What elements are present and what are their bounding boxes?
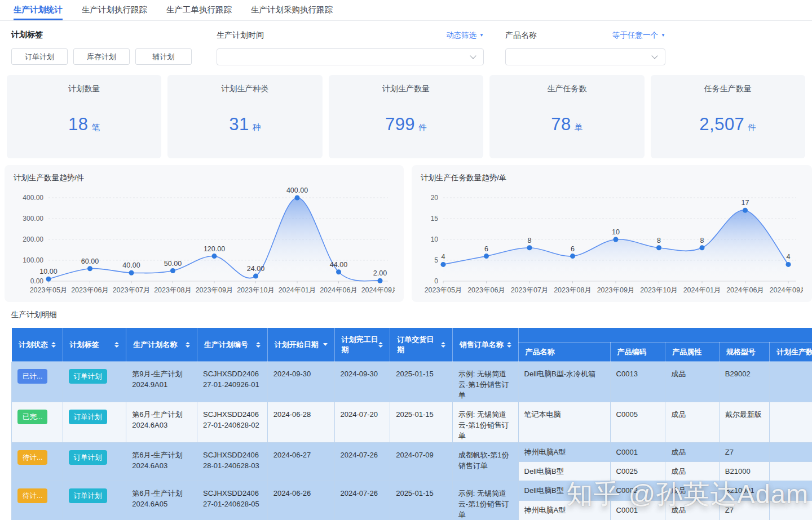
table-row[interactable]: 已完...订单计划第6月-生产计划 2024.6A03SCJHXSDD24062… (12, 402, 812, 443)
product-name-select[interactable] (505, 48, 665, 65)
sort-icon[interactable] (114, 342, 119, 348)
cell-product-code: C0001 (610, 501, 665, 520)
equals-any-link[interactable]: 等于任意一个▼ (612, 30, 665, 41)
stat-unit: 件 (418, 123, 427, 132)
cell-plan-code: SCJHXSDD240627-01-240628-02 (197, 402, 268, 443)
svg-text:50.00: 50.00 (164, 260, 182, 268)
svg-text:120.00: 120.00 (204, 245, 225, 253)
cell-product-code: C0001 (610, 443, 665, 462)
cell-product-name: 笔记本电脑 (518, 402, 610, 443)
header-cell-计划状态[interactable]: 计划状态 (12, 328, 63, 362)
dynamic-filter-link[interactable]: 动态筛选▼ (446, 30, 484, 41)
stat-card: 计划生产种类31种 (167, 75, 322, 158)
header-cell-产品属性[interactable]: 产品属性 (665, 343, 720, 362)
stat-card: 计划数量18笔 (7, 75, 161, 158)
header-cell-订单交货日期[interactable]: 订单交货日期 (390, 328, 453, 362)
production-plan-table: 计划状态计划标签生产计划名称生产计划编号计划开始日期计划完工日期订单交货日期销售… (11, 327, 812, 520)
plan-tag-button[interactable]: 库存计划 (73, 48, 130, 65)
svg-text:2023年05月: 2023年05月 (30, 286, 68, 294)
svg-text:8: 8 (528, 237, 532, 245)
cell-product-spec: B210001 (719, 481, 770, 501)
svg-text:2023年05月: 2023年05月 (425, 286, 462, 294)
sort-icon[interactable] (378, 342, 383, 348)
cell-plan-qty (770, 443, 812, 462)
top-tabbar: 生产计划统计生产计划执行跟踪生产工单执行跟踪生产计划采购执行跟踪 (0, 0, 812, 21)
cell-product-name: 神州电脑A型 (518, 443, 610, 462)
stat-label: 生产任务数 (489, 84, 644, 94)
header-cell-计划开始日期[interactable]: 计划开始日期 (267, 328, 334, 362)
plan-tag-button[interactable]: 订单计划 (11, 48, 68, 65)
cell-plan-code: SCJHXSDD240627-01-240926-01 (197, 362, 268, 402)
cell-product-name: 神州电脑A型 (518, 501, 610, 520)
header-cell-生产计划名称[interactable]: 生产计划名称 (126, 328, 197, 362)
cell-delivery-date: 2024-07-09 (390, 443, 453, 481)
sort-icon[interactable] (186, 342, 190, 348)
header-cell-生产计划编号[interactable]: 生产计划编号 (197, 328, 268, 362)
plan-tag-button[interactable]: 辅计划 (135, 48, 192, 65)
cell-product-spec: Z7 (719, 443, 770, 462)
table-wrap: 计划状态计划标签生产计划名称生产计划编号计划开始日期计划完工日期订单交货日期销售… (11, 327, 812, 520)
svg-text:2023年09月: 2023年09月 (196, 286, 233, 294)
plan-tag-buttons: 订单计划库存计划辅计划 (11, 48, 195, 65)
cell-plan-status: 已完... (12, 402, 63, 443)
header-cell-规格型号[interactable]: 规格型号 (719, 343, 770, 362)
header-cell-销售订单名称[interactable]: 销售订单名称 (452, 328, 518, 362)
status-badge: 待计... (17, 450, 47, 465)
svg-text:300.00: 300.00 (23, 215, 43, 223)
cell-finish-date: 2024-09-30 (334, 362, 390, 402)
plan-time-select[interactable] (217, 48, 484, 65)
svg-text:8: 8 (657, 237, 661, 245)
sort-desc-icon[interactable] (323, 343, 328, 346)
cell-start-date: 2024-09-30 (267, 362, 334, 402)
svg-text:2023年06月: 2023年06月 (467, 286, 505, 294)
svg-text:2023年07月: 2023年07月 (511, 286, 549, 294)
charts-row: 计划生产数量趋势/件 0.00100.00200.00300.00400.002… (5, 165, 812, 302)
cell-product-attr: 成品 (665, 402, 720, 443)
svg-text:60.00: 60.00 (81, 257, 99, 265)
header-label: 计划开始日期 (275, 340, 319, 350)
cell-plan-qty (770, 362, 812, 402)
table-row[interactable]: 已计...订单计划第9月-生产计划 2024.9A01SCJHXSDD24062… (12, 362, 812, 402)
cell-finish-date: 2024-07-26 (334, 443, 390, 481)
tab-生产计划执行跟踪[interactable]: 生产计划执行跟踪 (82, 0, 147, 20)
product-group-header (518, 328, 812, 343)
svg-text:2024年09月: 2024年09月 (361, 286, 395, 294)
header-cell-产品名称[interactable]: 产品名称 (518, 343, 610, 362)
svg-text:200.00: 200.00 (23, 235, 43, 243)
header-cell-计划标签[interactable]: 计划标签 (63, 328, 126, 362)
header-label: 计划状态 (19, 340, 48, 350)
svg-text:10.00: 10.00 (39, 268, 57, 275)
cell-delivery-date: 2025-01-15 (390, 481, 453, 520)
cell-plan-qty (770, 501, 812, 520)
header-cell-计划完工日期[interactable]: 计划完工日期 (334, 328, 390, 362)
svg-text:6: 6 (571, 245, 575, 253)
cell-delivery-date: 2025-01-15 (390, 402, 453, 443)
status-badge: 已计... (17, 369, 47, 384)
cell-plan-name: 第6月-生产计划 2024.6A03 (126, 443, 197, 481)
tab-生产计划统计[interactable]: 生产计划统计 (14, 0, 63, 20)
task-qty-trend-chart: 051015202023年05月2023年06月2023年07月2023年08月… (421, 186, 803, 299)
stat-value: 31种 (167, 114, 322, 135)
svg-text:10: 10 (431, 235, 439, 243)
sort-icon[interactable] (507, 342, 511, 348)
header-cell-计划生产数[interactable]: 计划生产数 (770, 343, 812, 362)
header-label: 计划标签 (70, 340, 99, 350)
cell-sales-order: 示例: 无锡简道云-第1份销售订单 (452, 362, 518, 402)
plan-tag-filter-group: 计划标签 订单计划库存计划辅计划 (11, 30, 195, 65)
svg-text:2024年06月: 2024年06月 (726, 286, 764, 294)
cell-finish-date: 2024-07-20 (334, 402, 390, 443)
table-row[interactable]: 待计...订单计划第6月-生产计划 2024.6A05SCJHXSDD24062… (12, 481, 812, 501)
table-row[interactable]: 待计...订单计划第6月-生产计划 2024.6A03SCJHXSDD24062… (12, 443, 812, 462)
cell-product-spec: Z7 (719, 501, 770, 520)
tab-生产计划采购执行跟踪[interactable]: 生产计划采购执行跟踪 (251, 0, 333, 20)
stat-cards: 计划数量18笔计划生产种类31种计划生产数量799件生产任务数78单任务生产数量… (0, 65, 812, 158)
sort-icon[interactable] (256, 342, 261, 348)
header-cell-产品编码[interactable]: 产品编码 (610, 343, 665, 362)
tab-生产工单执行跟踪[interactable]: 生产工单执行跟踪 (166, 0, 232, 20)
cell-product-spec: 戴尔最新版 (719, 402, 770, 443)
cell-finish-date: 2024-07-26 (334, 481, 390, 520)
sort-icon[interactable] (51, 342, 56, 348)
svg-text:400.00: 400.00 (286, 186, 308, 194)
cell-product-name: Dell电脑B型-水冷机箱 (518, 362, 610, 402)
sort-icon[interactable] (441, 342, 445, 348)
